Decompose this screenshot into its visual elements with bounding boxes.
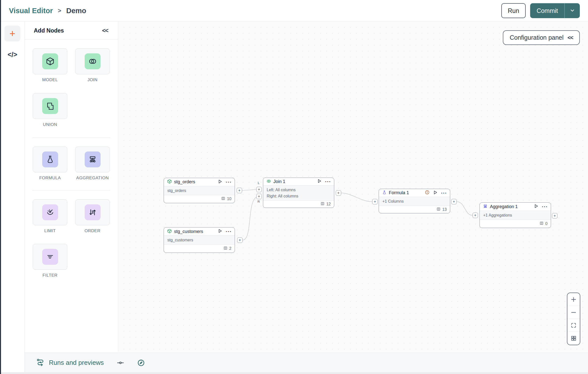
- run-node-icon[interactable]: [317, 179, 322, 185]
- tile-label: JOIN: [75, 77, 110, 82]
- model-cube-icon: [42, 53, 58, 69]
- add-nodes-rail-button[interactable]: +: [4, 26, 20, 41]
- warning-icon: [425, 190, 430, 196]
- node-tile-filter[interactable]: FILTER: [33, 244, 67, 278]
- node-title: Aggregation 1: [490, 204, 531, 209]
- columns-icon: [321, 202, 325, 207]
- port-label-right: R: [257, 200, 260, 203]
- join-left-input-port[interactable]: +: [256, 187, 262, 192]
- node-tile-union[interactable]: UNION: [33, 93, 67, 127]
- configuration-panel-toggle[interactable]: Configuration panel <<: [503, 30, 580, 45]
- node-menu-icon[interactable]: ···: [226, 181, 232, 183]
- node-tile-formula[interactable]: FORMULA: [33, 147, 67, 181]
- runs-and-previews-label: Runs and previews: [49, 359, 104, 367]
- run-node-icon[interactable]: [218, 179, 222, 185]
- tile-label: FORMULA: [33, 176, 67, 181]
- node-tile-join[interactable]: JOIN: [75, 48, 110, 82]
- run-node-icon[interactable]: [433, 190, 438, 196]
- commit-button[interactable]: Commit: [530, 3, 564, 18]
- node-join-1[interactable]: Join 1 ··· Left: All columns Right: All …: [263, 178, 334, 208]
- column-count: 12: [326, 202, 331, 206]
- edge: [242, 189, 256, 190]
- auto-layout-button[interactable]: [567, 332, 580, 345]
- window-left-edge: [0, 0, 1, 374]
- chevron-down-icon: [570, 8, 575, 14]
- union-shapes-icon: [42, 98, 58, 114]
- columns-icon: [223, 246, 227, 251]
- node-menu-icon[interactable]: ···: [441, 192, 447, 194]
- runs-and-previews-button[interactable]: Runs and previews: [36, 358, 104, 367]
- column-count: 13: [442, 207, 447, 212]
- tile-label: FILTER: [33, 273, 67, 278]
- breadcrumb-separator: >: [58, 7, 61, 14]
- connector-add-button[interactable]: +: [372, 199, 378, 204]
- node-menu-icon[interactable]: ···: [542, 205, 548, 208]
- node-title: stg_customers: [174, 229, 215, 234]
- fit-view-button[interactable]: [567, 319, 580, 332]
- canvas-controls: [567, 293, 580, 345]
- edge: [341, 193, 372, 202]
- top-bar: Visual Editor > Demo Run Commit: [0, 0, 588, 22]
- port-label-left: L: [258, 181, 259, 185]
- formula-flask-icon: [42, 151, 58, 167]
- connector-add-button[interactable]: +: [237, 237, 243, 243]
- connector-add-button[interactable]: +: [237, 188, 242, 193]
- node-tile-aggregation[interactable]: AGGREGATION: [75, 147, 110, 181]
- zoom-in-button[interactable]: [567, 293, 580, 306]
- node-tile-order[interactable]: ORDER: [75, 199, 110, 233]
- visual-editor-app: Visual Editor > Demo Run Commit + </> Ad…: [0, 0, 588, 374]
- breadcrumb-app-link[interactable]: Visual Editor: [9, 7, 53, 15]
- limit-gauge-icon: [42, 204, 58, 220]
- run-node-icon[interactable]: [534, 204, 539, 210]
- connector-add-button[interactable]: +: [552, 213, 557, 219]
- commit-split-button: Commit: [530, 3, 580, 18]
- model-cube-icon: [167, 229, 172, 234]
- node-tile-limit[interactable]: LIMIT: [33, 199, 67, 233]
- node-tile-model[interactable]: MODEL: [33, 48, 67, 82]
- node-aggregation-1[interactable]: Aggregation 1 ··· +1 Aggregations 0: [479, 202, 551, 228]
- node-menu-icon[interactable]: ···: [226, 230, 232, 233]
- tile-label: UNION: [33, 122, 67, 127]
- run-node-icon[interactable]: [218, 228, 222, 234]
- node-menu-icon[interactable]: ···: [325, 180, 331, 183]
- join-right-summary: Right: All columns: [267, 193, 331, 199]
- configuration-panel-label: Configuration panel: [510, 34, 564, 41]
- node-subtitle: +1 Aggregations: [483, 212, 547, 218]
- commit-marker-icon[interactable]: [117, 359, 124, 367]
- connector-add-button[interactable]: +: [336, 190, 341, 196]
- node-title: Formula 1: [389, 190, 423, 195]
- run-button[interactable]: Run: [501, 3, 526, 18]
- filter-lines-icon: [42, 249, 58, 265]
- node-formula-1[interactable]: Formula 1 ··· +1 Columns 13: [379, 189, 450, 213]
- node-subtitle: +1 Columns: [382, 198, 446, 204]
- columns-icon: [221, 196, 225, 201]
- node-stg-customers[interactable]: stg_customers ··· stg_customers 2: [164, 227, 235, 253]
- column-count: 10: [227, 197, 231, 201]
- zoom-out-button[interactable]: [567, 306, 580, 319]
- node-title: Join 1: [273, 179, 315, 184]
- commit-dropdown-button[interactable]: [564, 3, 580, 18]
- code-view-button[interactable]: </>: [0, 48, 25, 61]
- add-nodes-title: Add Nodes: [34, 27, 102, 34]
- join-venn-icon: [266, 179, 271, 185]
- panel-divider: [32, 137, 110, 138]
- columns-icon: [540, 221, 544, 226]
- node-stg-orders[interactable]: stg_orders ··· stg_orders 10: [164, 178, 235, 203]
- collapse-panel-icon[interactable]: <<: [102, 27, 108, 34]
- tile-label: AGGREGATION: [75, 176, 110, 181]
- add-nodes-panel: Add Nodes << MODEL JOIN UNION: [25, 22, 118, 352]
- compass-icon[interactable]: [137, 359, 145, 367]
- connector-add-button[interactable]: +: [473, 213, 478, 218]
- order-sort-icon: [85, 204, 101, 220]
- tile-label: LIMIT: [33, 228, 67, 233]
- model-cube-icon: [167, 179, 172, 185]
- join-right-input-port[interactable]: +: [256, 194, 262, 199]
- node-subtitle: stg_customers: [167, 237, 231, 243]
- flow-canvas[interactable]: Configuration panel << stg_orders ··· st…: [118, 22, 588, 353]
- connector-add-button[interactable]: +: [451, 199, 457, 204]
- edge: [457, 202, 473, 215]
- formula-flask-icon: [382, 190, 387, 196]
- window-bottom-edge: [0, 372, 588, 374]
- panel-divider: [32, 190, 110, 191]
- aggregation-tree-icon: [483, 204, 488, 210]
